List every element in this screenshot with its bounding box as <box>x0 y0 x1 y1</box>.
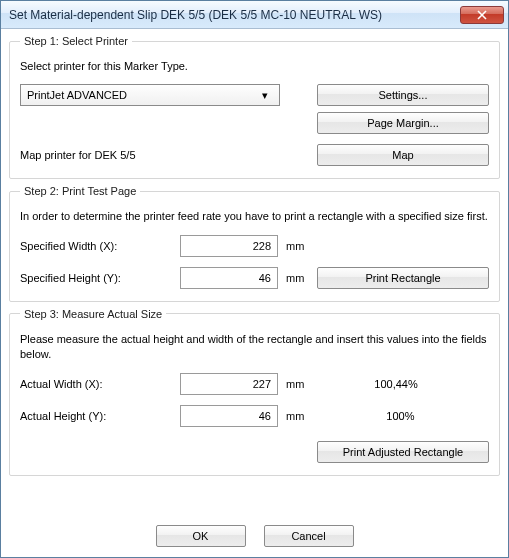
print-adjusted-rectangle-button[interactable]: Print Adjusted Rectangle <box>317 441 489 463</box>
actual-width-label: Actual Width (X): <box>20 378 180 390</box>
actual-height-input[interactable] <box>180 405 278 427</box>
printer-select-value: PrintJet ADVANCED <box>27 89 257 101</box>
step2-frame: Step 2: Print Test Page In order to dete… <box>9 185 500 301</box>
dialog-body: Step 1: Select Printer Select printer fo… <box>1 29 508 517</box>
map-printer-label: Map printer for DEK 5/5 <box>20 149 136 161</box>
unit-label: mm <box>286 378 304 390</box>
step2-instruction: In order to determine the printer feed r… <box>20 209 489 224</box>
step3-legend: Step 3: Measure Actual Size <box>20 308 166 320</box>
step1-legend: Step 1: Select Printer <box>20 35 132 47</box>
step1-instruction: Select printer for this Marker Type. <box>20 59 489 74</box>
close-button[interactable] <box>460 6 504 24</box>
step1-frame: Step 1: Select Printer Select printer fo… <box>9 35 500 179</box>
cancel-button[interactable]: Cancel <box>264 525 354 547</box>
actual-width-input[interactable] <box>180 373 278 395</box>
window-title: Set Material-dependent Slip DEK 5/5 (DEK… <box>9 8 460 22</box>
printer-select[interactable]: PrintJet ADVANCED ▾ <box>20 84 280 106</box>
spec-height-input[interactable] <box>180 267 278 289</box>
step3-instruction: Please measure the actual height and wid… <box>20 332 489 363</box>
settings-button[interactable]: Settings... <box>317 84 489 106</box>
chevron-down-icon: ▾ <box>257 89 273 102</box>
unit-label: mm <box>286 410 304 422</box>
unit-label: mm <box>286 240 304 252</box>
page-margin-button[interactable]: Page Margin... <box>317 112 489 134</box>
spec-width-input[interactable] <box>180 235 278 257</box>
spec-width-label: Specified Width (X): <box>20 240 180 252</box>
actual-height-percent: 100% <box>386 410 414 422</box>
spec-height-label: Specified Height (Y): <box>20 272 180 284</box>
map-button[interactable]: Map <box>317 144 489 166</box>
actual-height-label: Actual Height (Y): <box>20 410 180 422</box>
step3-frame: Step 3: Measure Actual Size Please measu… <box>9 308 500 476</box>
bottom-bar: OK Cancel <box>1 517 508 557</box>
print-rectangle-button[interactable]: Print Rectangle <box>317 267 489 289</box>
close-icon <box>477 10 487 20</box>
dialog-window: Set Material-dependent Slip DEK 5/5 (DEK… <box>0 0 509 558</box>
actual-width-percent: 100,44% <box>374 378 417 390</box>
ok-button[interactable]: OK <box>156 525 246 547</box>
step2-legend: Step 2: Print Test Page <box>20 185 140 197</box>
titlebar: Set Material-dependent Slip DEK 5/5 (DEK… <box>1 1 508 29</box>
unit-label: mm <box>286 272 304 284</box>
